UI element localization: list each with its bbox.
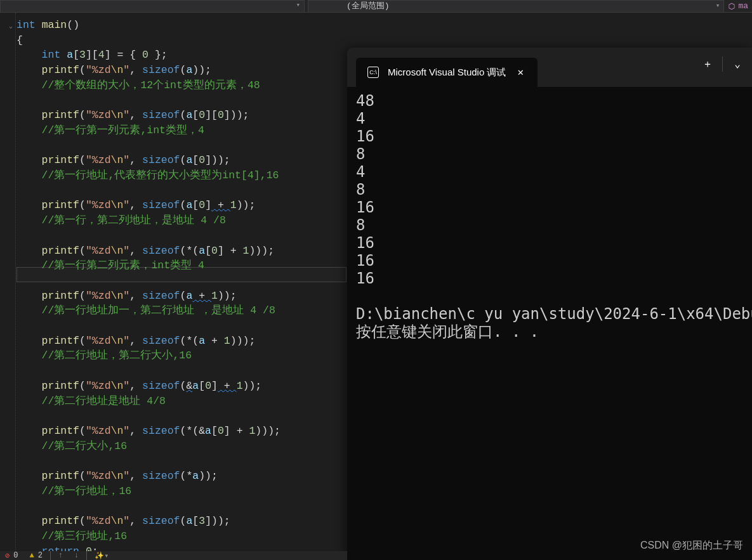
arrow-down-icon[interactable]: ↓ (74, 551, 79, 560)
console-controls: ＋ ⌄ (693, 48, 752, 81)
wand-icon[interactable]: ✨▾ (95, 551, 109, 560)
separator (50, 551, 51, 560)
separator (86, 551, 87, 560)
arrow-up-icon[interactable]: ↑ (58, 551, 63, 560)
status-bar: ⊘ 0 ▲ 2 ↑ ↓ ✨▾ (0, 551, 347, 560)
dropdown-button[interactable]: ⌄ (723, 48, 752, 81)
gutter: ⌄ (0, 13, 16, 552)
close-icon[interactable]: ✕ (515, 63, 526, 81)
error-count: 0 (13, 551, 18, 560)
console-titlebar: C:\ Microsoft Visual Studio 调试 ✕ ＋ ⌄ (347, 48, 752, 87)
code-editor[interactable]: ⌄ int main() { int a[3][4] = { 0 }; prin… (0, 13, 347, 552)
code-content[interactable]: int main() { int a[3][4] = { 0 }; printf… (16, 18, 280, 552)
warning-count: 2 (38, 551, 43, 560)
top-bar: (全局范围) ma (0, 0, 752, 13)
breadcrumb-main[interactable]: ma (724, 0, 752, 12)
cube-icon (728, 3, 736, 10)
console-icon: C:\ (367, 67, 379, 78)
scope-dropdown-right[interactable]: (全局范围) (308, 0, 724, 13)
watermark: CSDN @犯困的土子哥 (640, 539, 743, 552)
console-tab[interactable]: C:\ Microsoft Visual Studio 调试 ✕ (356, 58, 538, 87)
fold-marker-icon[interactable]: ⌄ (9, 22, 15, 29)
new-tab-button[interactable]: ＋ (693, 48, 722, 81)
scope-dropdown-left[interactable] (0, 0, 305, 13)
console-tab-title: Microsoft Visual Studio 调试 (388, 67, 506, 79)
warning-icon[interactable]: ▲ (29, 551, 34, 560)
breadcrumb-label: ma (738, 1, 748, 11)
error-icon[interactable]: ⊘ (5, 551, 10, 560)
console-window: C:\ Microsoft Visual Studio 调试 ✕ ＋ ⌄ 48 … (347, 48, 752, 560)
console-output: 48 4 16 8 4 8 16 8 16 16 16 D:\bianchen\… (347, 87, 752, 346)
